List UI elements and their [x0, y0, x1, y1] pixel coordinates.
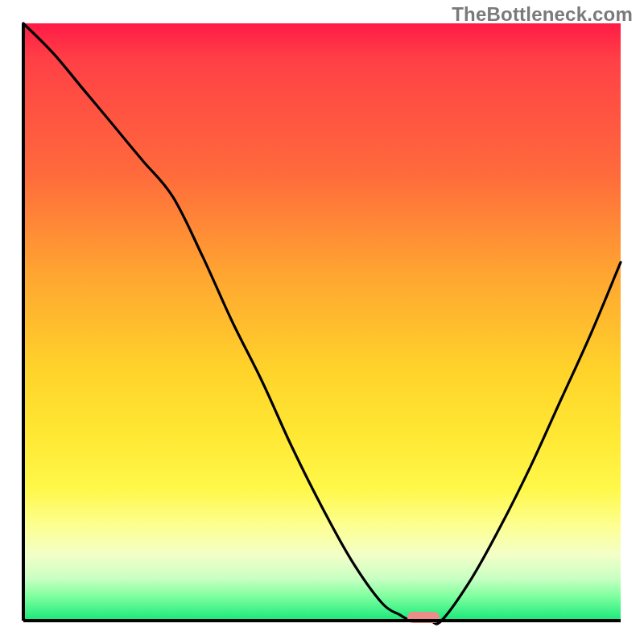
chart-container: TheBottleneck.com — [0, 0, 644, 644]
optimal-point-marker — [407, 612, 440, 623]
plot-area — [23, 23, 621, 621]
bottleneck-curve — [23, 23, 621, 621]
watermark-text: TheBottleneck.com — [452, 3, 633, 26]
